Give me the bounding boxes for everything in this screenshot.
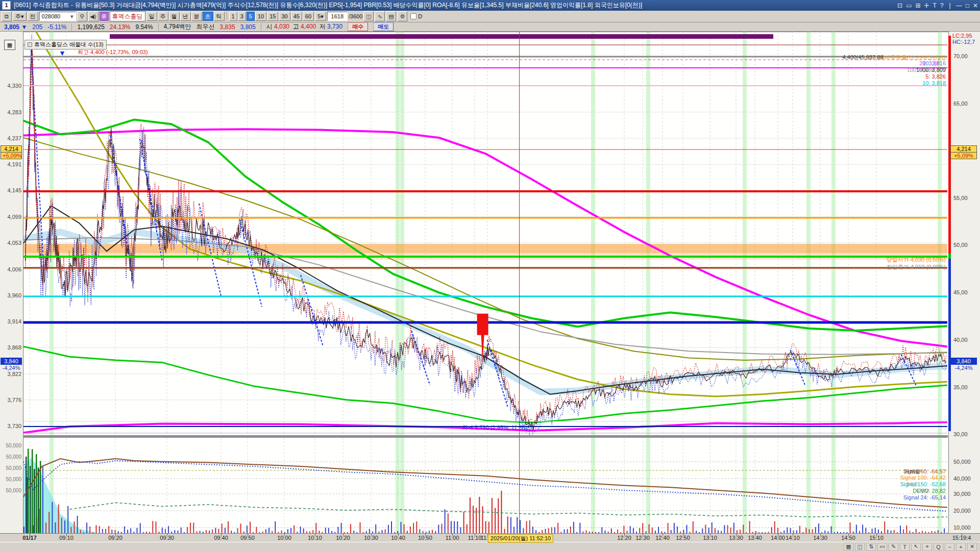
interval-button-10[interactable]: 10 [255,12,266,21]
statusbar-tool-icon[interactable]: Q [934,543,943,551]
issuer-badge-icon: 증 [100,12,109,21]
indicator-legend-line: OBV:DEVO: 28,82 [917,488,946,494]
chart-legend-line: 10: 3,818 [922,80,946,86]
statusbar-tool-icon[interactable]: T [900,543,910,551]
market-combo[interactable]: 주▾ [13,12,27,21]
status-bar: ▦◫⇅▭✎T↖⌖Q−+✕ [0,542,980,551]
window-control-icon[interactable]: ✕ [973,2,978,9]
settings-gear-icon[interactable]: ⚙ [397,11,407,21]
time-axis[interactable]: 01/1709:1009:2009:3009:4009:5010:0010:10… [0,533,980,542]
interval-button-3[interactable]: 3 [238,12,246,21]
statusbar-tool-icon[interactable]: ✎ [889,543,898,551]
speaker-icon[interactable]: ◀⟩ [88,11,99,21]
time-axis-label: 14:10 [786,535,800,541]
statusbar-tool-icon[interactable]: ⇅ [866,543,876,551]
window-control-icon[interactable]: ⊞ [915,2,920,9]
high-marker-arrow-icon: ▼ [59,49,66,57]
interval-button-5[interactable]: 5 [247,12,255,21]
time-axis-label: 11:00 [446,535,459,541]
time-axis-label: 09:20 [108,535,122,541]
stock-code-input[interactable]: 028080▾ [39,12,76,21]
window-control-icon[interactable]: ⊡ [897,2,902,9]
window-control-icon[interactable]: ? [940,2,944,9]
window-control-icon[interactable]: □ [966,2,969,9]
period-button-틱[interactable]: 틱 [214,12,225,21]
period-buttons: 일주월년분초틱 [146,12,225,21]
window-control-icon[interactable]: — [956,2,962,9]
statusbar-tool-icon[interactable]: ✕ [967,543,977,551]
statusbar-tool-icon[interactable]: ◫ [855,543,865,551]
period-button-일[interactable]: 일 [146,12,157,21]
window-restore-icon[interactable]: ⧉ [2,11,12,21]
indicator-chart-canvas[interactable] [23,438,947,533]
prev-stock-button[interactable]: 전 [28,12,38,21]
interval-button-30[interactable]: 30 [279,12,290,21]
grid-tool-icon[interactable]: ▦ [4,40,15,50]
window-control-icon[interactable]: T [933,2,937,9]
left-axis-label: 3,776 [1,397,21,403]
interval-button-45[interactable]: 45 [291,12,302,21]
statusbar-tool-icon[interactable]: ▦ [844,543,853,551]
period-button-년[interactable]: 년 [180,12,191,21]
time-axis-label: 10:20 [336,535,350,541]
time-axis-label: 10:40 [391,535,405,541]
best-bid: 3,805 [240,23,256,31]
main-chart-canvas[interactable] [23,32,947,435]
right-axis-label: 40,00 [953,337,968,343]
left-axis-label: 4,145 [1,187,21,193]
line-style-icon[interactable]: ∿ [375,11,385,21]
interval-button-15[interactable]: 15 [267,12,278,21]
sell-button[interactable]: 매도 [373,22,394,31]
statusbar-tool-icon[interactable]: ⌖ [922,543,932,551]
interval-button-1[interactable]: 1 [229,12,237,21]
volume-profile-top-bar [110,34,773,39]
chart-legend-line: 100: 3,8081000: 3,809 [907,67,946,73]
time-axis-label: 14:00 [771,535,785,541]
lower-left-axis-label: 50,000 [1,465,21,471]
search-icon[interactable]: ⚲ [77,11,87,21]
left-axis-label: 4,237 [1,135,21,141]
period-button-주[interactable]: 주 [158,12,168,21]
app-icon: 1 [2,1,11,10]
price-change: 205 [32,23,42,31]
statusbar-tool-icon[interactable]: − [945,543,954,551]
candle-style-icon[interactable]: ◫ [363,11,374,21]
time-axis-label: 09:10 [59,535,74,541]
period-button-초[interactable]: 초 [203,12,213,21]
right-axis-label: 45,00 [953,289,968,295]
pane-splitter[interactable] [23,435,948,438]
left-axis-label: 3,868 [1,344,21,350]
pane-title-label: 휴맥스홀딩스 매물대 수(13) [34,41,104,48]
time-axis-label: 10:00 [277,535,291,541]
left-axis-label: 3,960 [1,292,21,298]
lower-right-axis-label: 50,000 [953,459,971,465]
bar-count-input[interactable]: 1618 [327,12,348,21]
right-axis-label: 55,00 [953,195,968,201]
left-axis-label: 4,099 [1,214,21,220]
window-control-icon[interactable]: ▭ [906,2,912,9]
time-axis-label: 09:50 [240,535,255,541]
period-button-월[interactable]: 월 [169,12,180,21]
period-button-분[interactable]: 분 [191,12,202,21]
lower-right-axis-label: 30,000 [953,491,971,497]
open-price-annotation: 당일시가 4,030 (0,50%) [887,256,946,264]
lower-left-axis-label: 50,000 [1,454,21,460]
buy-button[interactable]: 매수 [348,22,368,31]
statusbar-tool-icon[interactable]: ▭ [877,543,887,551]
save-icon[interactable]: ▤ [386,11,396,21]
statusbar-tool-icon[interactable]: ↖ [911,543,921,551]
window-control-icon[interactable]: ✛ [924,2,929,9]
time-axis-label: 14:50 [841,535,855,541]
statusbar-tool-icon[interactable]: + [956,543,966,551]
lower-right-axis-label: 20,000 [953,508,971,514]
range-bar-green [948,254,951,259]
lower-left-axis-label: 50,000 [1,488,21,493]
upper-limit-badge: 4,214+5,09% [1,145,22,159]
interval-button-60[interactable]: 60 [303,12,314,21]
d-checkbox[interactable] [410,13,416,19]
current-price-badge: 3,840-4,24% [950,358,977,371]
count-combo[interactable]: 5▾ [315,12,326,21]
right-axis-label: 30,00 [953,431,968,437]
left-axis-label: 4,053 [1,240,21,246]
window-control-icon[interactable]: ❘ [947,2,952,9]
